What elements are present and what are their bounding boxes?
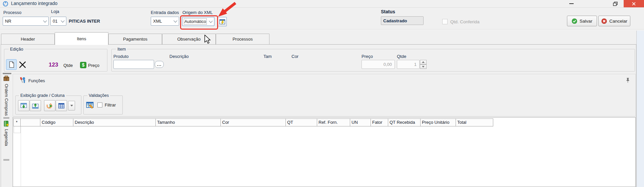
- app-window: Lançamento integrado Processo NR Loja 01…: [0, 0, 644, 187]
- annotation-arrow: [216, 1, 238, 17]
- item-group-label: Item: [116, 47, 127, 52]
- preco-field[interactable]: 0,00: [362, 60, 395, 69]
- items-grid[interactable]: [13, 117, 636, 187]
- grid-options-dropdown-button[interactable]: [68, 101, 75, 110]
- close-button[interactable]: [624, 0, 644, 7]
- svg-text:$: $: [82, 63, 85, 68]
- entrada-dados-combo[interactable]: XML: [151, 17, 179, 26]
- delete-item-icon[interactable]: [19, 61, 26, 69]
- grid-column-header[interactable]: Cor: [220, 118, 286, 126]
- qtde-value: 1: [414, 62, 417, 67]
- tab-label: Itens: [77, 36, 86, 41]
- grid-expand-up-button[interactable]: [30, 100, 41, 111]
- grid-column-header[interactable]: QT Recebida: [388, 118, 421, 126]
- minimize-icon: [569, 3, 574, 4]
- sidebar-separator: [3, 73, 11, 74]
- tam-label: Tam: [263, 54, 272, 59]
- stepper-up-button[interactable]: [420, 60, 427, 65]
- chevron-down-icon: [209, 19, 212, 23]
- sidebar-tab-legenda[interactable]: Legenda: [2, 120, 11, 157]
- salvar-label: Salvar: [580, 19, 592, 24]
- table-grid-icon: [58, 102, 65, 109]
- restore-icon: [613, 2, 618, 6]
- processo-label: Processo: [3, 10, 21, 15]
- qtde-shortcut-label[interactable]: Qtde: [63, 63, 73, 68]
- new-item-button[interactable]: [6, 59, 17, 70]
- sidebar-tab-label: Ordem Compras: [4, 84, 9, 116]
- grid-column-header[interactable]: Descrição: [73, 118, 156, 126]
- edit-table-icon[interactable]: [86, 101, 95, 110]
- produto-field[interactable]: [113, 60, 154, 69]
- produto-browse-button[interactable]: ...: [155, 61, 164, 68]
- loja-name: PITICAS INTER: [69, 19, 100, 24]
- qtde-label: Qtde: [397, 54, 406, 59]
- grid-column-header[interactable]: Ref. Forn.: [317, 118, 350, 126]
- window-title: Lançamento integrado: [11, 1, 57, 6]
- sidebar-tab-label: Legenda: [4, 129, 9, 146]
- qtde-field[interactable]: 1: [397, 60, 420, 69]
- grid-column-header[interactable]: Tamanho: [155, 118, 221, 126]
- tab-header[interactable]: Header: [1, 34, 55, 44]
- edicao-group-label: Edição: [9, 47, 25, 52]
- grid-up-arrow-icon: [32, 102, 39, 109]
- preco-shortcut-label[interactable]: Preço: [88, 63, 99, 68]
- pin-icon[interactable]: [626, 78, 630, 83]
- tab-label: Observação: [177, 37, 200, 42]
- grid-column-header[interactable]: Fator: [371, 118, 388, 126]
- funcoes-title: Funções: [28, 78, 45, 83]
- lightning-icon: [219, 19, 225, 25]
- purchase-order-icon: [3, 75, 10, 82]
- down-arrow-icon: [422, 66, 425, 68]
- processo-combo[interactable]: NR: [3, 17, 49, 26]
- title-bar: Lançamento integrado: [0, 0, 644, 8]
- process-xml-button[interactable]: [217, 17, 227, 26]
- tab-label: Processos: [232, 37, 253, 42]
- grid-column-header[interactable]: QT: [285, 118, 317, 126]
- chevron-down-icon: [61, 19, 64, 22]
- up-arrow-icon: [422, 61, 425, 63]
- tools-icon: [19, 77, 26, 84]
- mouse-cursor: [204, 35, 211, 45]
- preco-label: Preço: [362, 54, 373, 59]
- exibicao-group-label: Exibição grade / Coluna: [19, 93, 66, 98]
- grid-down-arrow-icon: [20, 102, 27, 109]
- loja-value: 01: [53, 19, 57, 24]
- grid-column-header[interactable]: UN: [350, 118, 371, 126]
- cor-label: Cor: [291, 54, 298, 59]
- validacoes-group-label: Validações: [87, 93, 110, 98]
- qtd-conferida-checkbox[interactable]: [442, 19, 448, 24]
- grid-column-header[interactable]: Código: [40, 118, 73, 126]
- grid-column-header[interactable]: Preço Unitário: [420, 118, 456, 126]
- origem-xml-combo[interactable]: Automático: [182, 17, 214, 26]
- cancel-x-icon: [601, 18, 607, 24]
- tab-processos[interactable]: Processos: [216, 34, 269, 44]
- filtrar-checkbox[interactable]: [97, 102, 102, 107]
- filtrar-label: Filtrar: [105, 102, 116, 107]
- stepper-down-button[interactable]: [420, 65, 427, 69]
- grid-column-header[interactable]: [20, 118, 40, 126]
- cancelar-button[interactable]: Cancelar: [598, 16, 630, 26]
- salvar-button[interactable]: Salvar: [567, 16, 597, 26]
- close-icon: [632, 2, 636, 6]
- entrada-dados-label: Entrada dados: [151, 10, 179, 15]
- origem-xml-label: Origem do XML: [182, 10, 213, 15]
- tab-itens[interactable]: Itens: [55, 32, 108, 45]
- grid-expand-down-button[interactable]: [18, 100, 29, 111]
- loja-combo[interactable]: 01: [50, 17, 66, 26]
- grid-view-button[interactable]: [56, 100, 67, 111]
- cancelar-label: Cancelar: [609, 19, 627, 24]
- status-value: Cadastrado: [383, 18, 407, 23]
- grid-column-header[interactable]: Total: [456, 118, 493, 126]
- minimize-button[interactable]: [564, 0, 579, 7]
- preco-dollar-icon[interactable]: $: [80, 62, 86, 68]
- sidebar-separator: [3, 159, 9, 161]
- loja-label: Loja: [51, 9, 59, 14]
- qtde-stepper[interactable]: [420, 60, 427, 69]
- preco-value: 0,00: [384, 62, 392, 67]
- tab-pagamentos[interactable]: Pagamentos: [108, 34, 162, 44]
- grid-column-header[interactable]: *: [13, 118, 21, 126]
- qtde-shortcut-value: 123: [49, 62, 58, 68]
- produto-label: Produto: [113, 54, 129, 59]
- apply-layout-button[interactable]: [44, 100, 55, 111]
- restore-button[interactable]: [608, 0, 623, 7]
